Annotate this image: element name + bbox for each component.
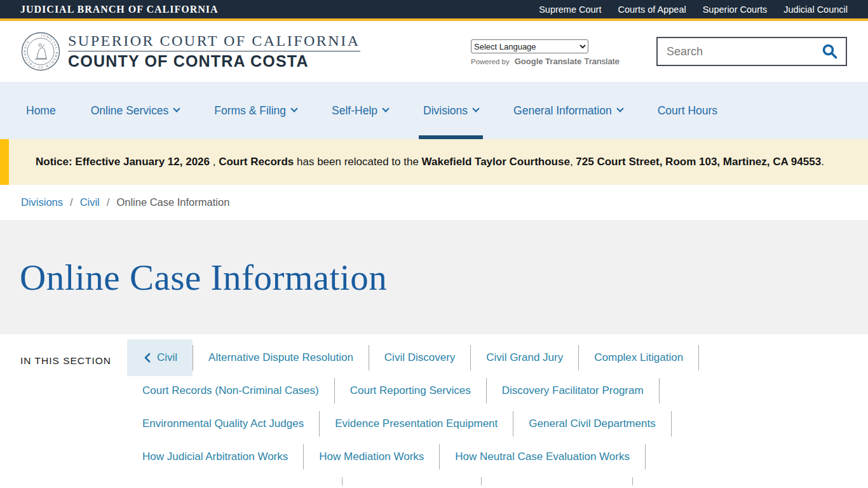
notice-text-segment: ,	[210, 156, 219, 168]
chevron-left-icon	[144, 353, 151, 363]
nav-item-label: Home	[26, 104, 56, 118]
section-link-row-cutoff	[127, 473, 868, 485]
main-navigation: HomeOnline ServicesForms & FilingSelf-He…	[0, 82, 868, 139]
section-link-court-reporting-services[interactable]: Court Reporting Services	[335, 384, 486, 397]
translate-label: Translate	[584, 57, 620, 66]
section-link-civil-discovery[interactable]: Civil Discovery	[369, 351, 470, 364]
section-link-evidence-presentation-equipment[interactable]: Evidence Presentation Equipment	[320, 417, 513, 430]
nav-item-online-services[interactable]: Online Services	[91, 82, 180, 139]
chevron-down-icon	[173, 105, 180, 112]
nav-item-general-information[interactable]: General Information	[513, 82, 623, 139]
notice-text-segment: 725 Court Street, Room 103, Martinez, CA…	[576, 156, 821, 168]
court-name: SUPERIOR COURT OF CALIFORNIA COUNTY OF C…	[68, 32, 360, 71]
divider	[481, 477, 482, 485]
page-title: Online Case Information	[20, 257, 387, 298]
section-link-row: Environmental Quality Act JudgesEvidence…	[127, 407, 868, 440]
nav-item-forms-filing[interactable]: Forms & Filing	[214, 82, 297, 139]
chevron-down-icon	[382, 105, 389, 112]
topbar-link-supreme-court[interactable]: Supreme Court	[539, 4, 601, 15]
notice-text-segment: .	[821, 156, 824, 168]
nav-item-label: Online Services	[91, 104, 169, 118]
court-name-line1: SUPERIOR COURT OF CALIFORNIA	[68, 32, 360, 49]
breadcrumb-item-online-case-information: Online Case Information	[116, 196, 229, 208]
search-button[interactable]	[822, 43, 838, 60]
chevron-down-icon	[472, 105, 479, 112]
nav-item-label: Self-Help	[332, 104, 377, 118]
google-translate-label: Google Translate	[515, 57, 581, 66]
in-this-section: IN THIS SECTION CivilAlternative Dispute…	[0, 334, 868, 485]
in-this-section-heading: IN THIS SECTION	[20, 341, 127, 485]
judicial-branch-brand: JUDICIAL BRANCH OF CALIFORNIA	[20, 4, 219, 15]
section-link-court-records-non-criminal-cases[interactable]: Court Records (Non-Criminal Cases)	[127, 384, 334, 397]
notice-text-segment: ,	[570, 156, 576, 168]
notice-banner: Notice: Effective January 12, 2026 , Cou…	[0, 139, 868, 185]
site-search	[656, 37, 847, 66]
topbar-link-courts-of-appeal[interactable]: Courts of Appeal	[618, 4, 686, 15]
divider	[671, 411, 672, 437]
section-back-item-label: Civil	[157, 351, 177, 364]
section-link-how-mediation-works[interactable]: How Mediation Works	[304, 451, 439, 463]
google-translate-widget: Select Language Powered by Google Transl…	[471, 39, 617, 66]
section-link-row: CivilAlternative Dispute ResolutionCivil…	[127, 341, 868, 374]
notice-text-segment: Wakefield Taylor Courthouse	[422, 156, 570, 168]
powered-by-label: Powered by	[471, 58, 510, 65]
svg-text:JUDICIAL BRANCH OF CALIFORNIA: JUDICIAL BRANCH OF CALIFORNIA	[22, 33, 58, 69]
section-link-civil-grand-jury[interactable]: Civil Grand Jury	[471, 351, 578, 364]
topbar-links: Supreme CourtCourts of AppealSuperior Co…	[539, 4, 848, 15]
nav-item-self-help[interactable]: Self-Help	[332, 82, 388, 139]
section-link-row: How Judicial Arbitration WorksHow Mediat…	[127, 440, 868, 473]
notice-text-segment: Court Records	[219, 156, 294, 168]
notice-text-segment: has been relocated to the	[294, 156, 421, 168]
divider	[659, 378, 660, 403]
court-logo[interactable]: JUDICIAL BRANCH OF CALIFORNIA SUPERIOR C…	[21, 32, 360, 71]
nav-item-home[interactable]: Home	[26, 82, 56, 139]
section-link-environmental-quality-act-judges[interactable]: Environmental Quality Act Judges	[127, 417, 319, 430]
nav-item-label: Court Hours	[658, 104, 717, 118]
topbar-link-judicial-council[interactable]: Judicial Council	[783, 4, 848, 15]
search-icon	[822, 43, 838, 60]
judicial-branch-topbar: JUDICIAL BRANCH OF CALIFORNIA Supreme Co…	[0, 0, 868, 21]
section-back-item-civil[interactable]: Civil	[127, 339, 193, 376]
nav-item-label: Divisions	[423, 104, 468, 118]
section-link-row: Court Records (Non-Criminal Cases)Court …	[127, 374, 868, 407]
topbar-link-superior-courts[interactable]: Superior Courts	[703, 4, 768, 15]
breadcrumb-separator: /	[70, 196, 73, 208]
breadcrumb-separator: /	[107, 196, 110, 208]
court-seal-icon: JUDICIAL BRANCH OF CALIFORNIA	[21, 32, 60, 71]
breadcrumb-item-divisions[interactable]: Divisions	[21, 196, 63, 208]
chevron-down-icon	[290, 105, 297, 112]
section-links: CivilAlternative Dispute ResolutionCivil…	[127, 341, 868, 485]
section-link-how-neutral-case-evaluation-works[interactable]: How Neutral Case Evaluation Works	[440, 451, 645, 463]
nav-item-label: General Information	[513, 104, 612, 118]
nav-item-label: Forms & Filing	[214, 104, 286, 118]
chevron-down-icon	[616, 105, 623, 112]
page-title-band: Online Case Information	[0, 220, 868, 334]
nav-item-court-hours[interactable]: Court Hours	[658, 82, 717, 139]
divider	[342, 477, 342, 485]
section-link-general-civil-departments[interactable]: General Civil Departments	[513, 417, 670, 430]
translate-attribution: Powered by Google Translate Translate	[471, 57, 617, 66]
section-link-how-judicial-arbitration-works[interactable]: How Judicial Arbitration Works	[127, 451, 303, 463]
section-link-discovery-facilitator-program[interactable]: Discovery Facilitator Program	[487, 384, 659, 397]
notice-text: Notice: Effective January 12, 2026 , Cou…	[36, 153, 824, 171]
section-link-complex-litigation[interactable]: Complex Litigation	[579, 351, 698, 364]
breadcrumb-item-civil[interactable]: Civil	[80, 196, 100, 208]
site-header: JUDICIAL BRANCH OF CALIFORNIA SUPERIOR C…	[0, 21, 868, 82]
divider	[632, 477, 633, 485]
notice-text-segment: Notice: Effective January 12, 2026	[36, 156, 210, 168]
language-select[interactable]: Select Language	[471, 39, 588, 53]
search-input[interactable]	[667, 45, 822, 58]
divider	[698, 345, 699, 370]
divider	[645, 444, 646, 470]
nav-item-divisions[interactable]: Divisions	[423, 82, 478, 139]
header-tools: Select Language Powered by Google Transl…	[471, 37, 847, 66]
court-name-divider	[68, 51, 360, 51]
court-name-line2: COUNTY OF CONTRA COSTA	[68, 53, 360, 71]
breadcrumb: Divisions/Civil/Online Case Information	[0, 185, 868, 220]
section-link-alternative-dispute-resolution[interactable]: Alternative Dispute Resolution	[193, 351, 369, 364]
